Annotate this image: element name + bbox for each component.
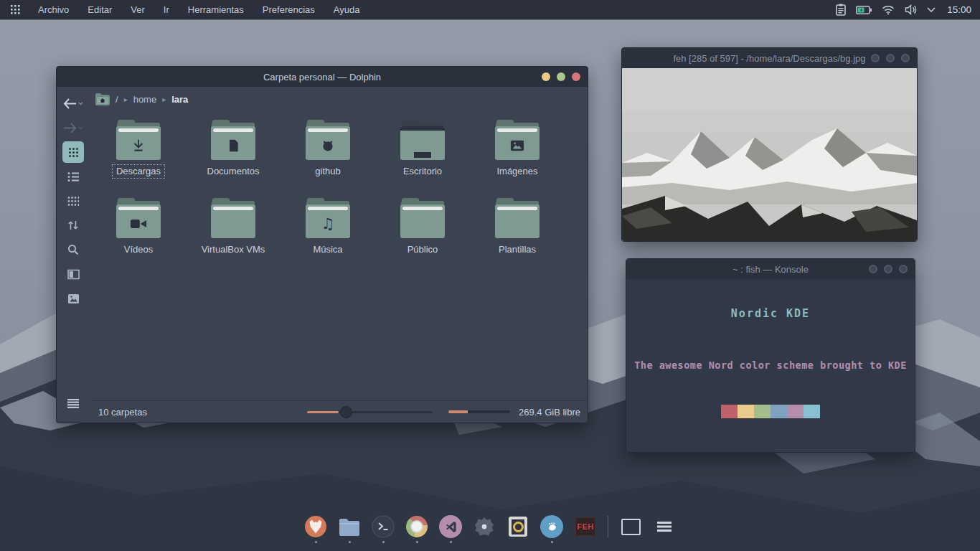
- close-button[interactable]: [899, 265, 908, 273]
- feh-window: feh [285 of 597] - /home/lara/Descargas/…: [621, 47, 918, 242]
- search-icon: [67, 244, 79, 255]
- folder-icon: [306, 120, 350, 160]
- dolphin-menu-button[interactable]: [67, 391, 79, 415]
- dock-item-terminal[interactable]: [372, 515, 395, 543]
- maximize-button[interactable]: [884, 265, 892, 273]
- folder-descargas[interactable]: Descargas: [91, 118, 186, 196]
- dock-item-chromium[interactable]: [405, 515, 428, 543]
- split-view-icon: [67, 269, 80, 280]
- close-button[interactable]: [572, 72, 580, 81]
- window-controls: [542, 67, 580, 87]
- free-space-label: 269.4 GiB libre: [519, 407, 580, 418]
- menu-herramientas[interactable]: Herramientas: [179, 0, 253, 19]
- folder-m-sica[interactable]: ♫Música: [281, 196, 375, 274]
- menu-ir[interactable]: Ir: [154, 0, 179, 19]
- compact-view-button[interactable]: [67, 189, 80, 213]
- preview-button[interactable]: [67, 286, 80, 311]
- palette-swatch: [804, 405, 820, 418]
- menu-preferencias[interactable]: Preferencias: [253, 0, 324, 19]
- home-folder-icon[interactable]: [95, 93, 110, 105]
- breadcrumb-root[interactable]: /: [116, 94, 118, 105]
- icons-view-button[interactable]: [62, 140, 84, 164]
- document-glyph-icon: [211, 131, 255, 160]
- folder-icon: [116, 120, 161, 160]
- chevron-down-icon: [78, 102, 83, 105]
- wifi-icon[interactable]: [882, 5, 895, 15]
- folder-p-blico[interactable]: Público: [375, 196, 470, 274]
- palette-swatch: [754, 405, 771, 418]
- folder-im-genes[interactable]: Imágenes: [470, 118, 565, 196]
- forward-arrow-icon: [63, 123, 77, 133]
- dock-item-firefox[interactable]: [304, 515, 327, 543]
- dock-item-dock-menu[interactable]: [653, 515, 676, 543]
- palette-swatch: [721, 405, 738, 418]
- breadcrumb-arrow-icon: ▸: [162, 95, 166, 103]
- breadcrumb-segments: ▸home▸lara: [124, 94, 189, 105]
- dock-item-chat-app[interactable]: [540, 515, 563, 543]
- firefox-icon: [304, 515, 327, 538]
- folder-documentos[interactable]: Documentos: [186, 118, 281, 196]
- folder-label: Documentos: [204, 165, 263, 178]
- folder-virtualbox-vms[interactable]: VirtualBox VMs: [186, 196, 281, 274]
- terminal-subtitle: The awesome Nord color scheme brought to…: [634, 359, 907, 371]
- folder-escritorio[interactable]: Escritorio: [375, 118, 470, 196]
- menu-editar[interactable]: Editar: [78, 0, 121, 19]
- split-view-button[interactable]: [67, 262, 80, 286]
- image-glyph-icon: [495, 131, 540, 160]
- clipboard-icon[interactable]: [836, 4, 846, 16]
- chat-blob-icon: [540, 515, 563, 538]
- dolphin-titlebar[interactable]: Carpeta personal — Dolphin: [57, 67, 588, 87]
- app-grid-icon: [11, 5, 20, 14]
- battery-icon[interactable]: [856, 6, 872, 14]
- hamburger-icon: [67, 399, 79, 408]
- dock-item-settings[interactable]: [473, 515, 496, 543]
- window-controls: [869, 259, 908, 279]
- running-indicator: [315, 541, 317, 543]
- folder-plantillas[interactable]: Plantillas: [470, 196, 565, 274]
- app-launcher-button[interactable]: [7, 2, 23, 18]
- breadcrumb-segment-lara[interactable]: lara: [171, 94, 188, 105]
- folder-github[interactable]: github: [281, 118, 375, 196]
- volume-icon[interactable]: [905, 4, 917, 15]
- chevron-down-icon: [78, 126, 83, 130]
- folder-v-deos[interactable]: Vídeos: [91, 196, 186, 274]
- dock-item-code-editor[interactable]: [439, 515, 462, 543]
- minimize-button[interactable]: [871, 54, 880, 62]
- slider-knob[interactable]: [340, 406, 352, 418]
- dock-item-music-player[interactable]: [507, 515, 529, 543]
- feh-titlebar[interactable]: feh [285 of 597] - /home/lara/Descargas/…: [622, 48, 917, 68]
- maximize-button[interactable]: [557, 72, 565, 81]
- maximize-button[interactable]: [886, 54, 895, 62]
- forward-button[interactable]: [63, 116, 83, 140]
- dock-separator: [608, 516, 608, 537]
- disk-usage-bar: [448, 410, 510, 413]
- system-tray: 15:00: [836, 4, 980, 16]
- menu-archivo[interactable]: Archivo: [29, 0, 78, 19]
- sort-button[interactable]: [67, 213, 79, 237]
- folder-label: github: [311, 165, 344, 178]
- dock-item-feh-viewer[interactable]: FEH: [574, 515, 597, 543]
- color-palette: [721, 405, 820, 418]
- sort-icon: [67, 220, 79, 231]
- close-button[interactable]: [901, 54, 910, 62]
- menu-ayuda[interactable]: Ayuda: [324, 0, 369, 19]
- zoom-slider[interactable]: [307, 406, 433, 418]
- search-button[interactable]: [67, 237, 79, 262]
- preview-icon: [67, 293, 80, 304]
- chevron-down-icon[interactable]: [927, 7, 936, 12]
- minimize-button[interactable]: [869, 265, 877, 273]
- dock-item-file-manager[interactable]: [338, 515, 361, 543]
- konsole-titlebar[interactable]: ~ : fish — Konsole: [626, 259, 915, 279]
- details-view-button[interactable]: [67, 164, 80, 189]
- menu-ver[interactable]: Ver: [121, 0, 154, 19]
- terminal-icon: [372, 515, 395, 538]
- minimize-button[interactable]: [542, 72, 550, 81]
- folder-label: VirtualBox VMs: [198, 243, 269, 256]
- palette-swatch: [738, 405, 754, 418]
- breadcrumb-segment-home[interactable]: home: [133, 94, 157, 105]
- dock-item-show-desktop[interactable]: [619, 515, 642, 543]
- dolphin-statusbar: 10 carpetas 269.4 GiB libre: [90, 400, 588, 423]
- desktop-glyph-icon: [400, 131, 445, 160]
- back-button[interactable]: [63, 91, 83, 116]
- terminal-content[interactable]: Nordic KDE The awesome Nord color scheme…: [626, 279, 915, 452]
